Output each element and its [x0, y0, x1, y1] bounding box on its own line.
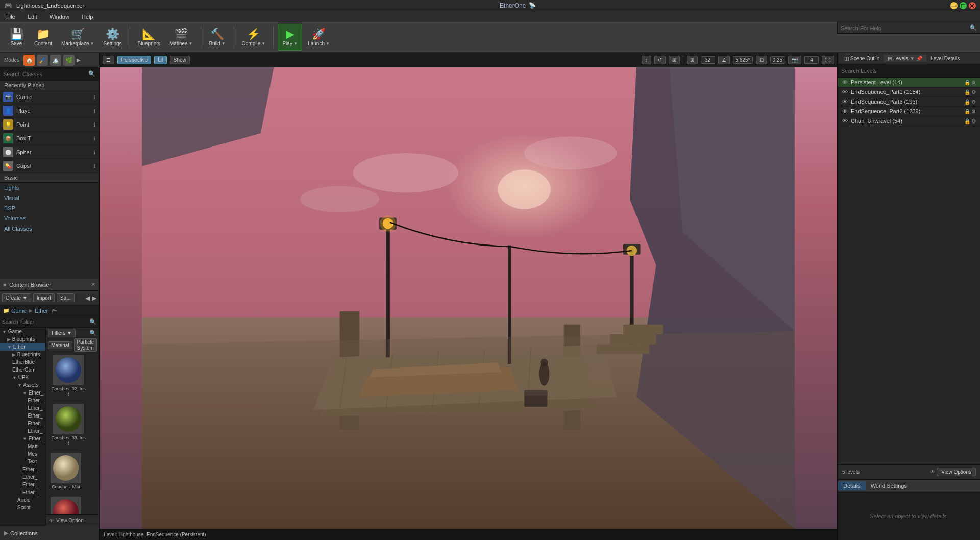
filters-button[interactable]: Filters ▼ — [48, 329, 76, 337]
class-info-player[interactable]: ℹ — [93, 108, 95, 114]
level-part1[interactable]: 👁 EndSequence_Part1 (1184) 🔒 ⚙ — [838, 87, 980, 97]
blueprints-button[interactable]: 📐 Blueprints — [134, 24, 164, 51]
tree-text[interactable]: Text — [0, 458, 45, 465]
tree-ether11[interactable]: Ether_ — [0, 488, 45, 496]
path-ether[interactable]: Ether — [35, 308, 48, 314]
volumes-category[interactable]: Volumes — [0, 213, 99, 224]
tree-ether7[interactable]: ▼ Ether_ — [0, 435, 45, 443]
tree-ether9[interactable]: Ether_ — [0, 473, 45, 481]
show-button[interactable]: Show — [170, 56, 190, 64]
class-item-camera[interactable]: 📷 Came ℹ — [0, 90, 99, 104]
level-persistent[interactable]: 👁 Persistent Level (14) 🔒 ⚙ — [838, 78, 980, 87]
content-button[interactable]: 📁 Content — [31, 24, 56, 51]
level-lock-part1[interactable]: 🔒 — [964, 89, 970, 95]
tree-ether6[interactable]: Ether_ — [0, 427, 45, 435]
levels-dropdown-icon[interactable]: ▼ — [910, 56, 915, 61]
tree-ether3[interactable]: Ether_ — [0, 404, 45, 412]
filter-material[interactable]: Material — [48, 341, 72, 349]
tree-ether4[interactable]: Ether_ — [0, 412, 45, 420]
level-settings-persistent[interactable]: ⚙ — [971, 80, 976, 85]
content-browser-close-icon[interactable]: ✕ — [91, 281, 95, 288]
launch-button[interactable]: 🚀 Launch ▼ — [304, 24, 333, 51]
class-info-sphere[interactable]: ℹ — [93, 150, 95, 155]
scale-button[interactable]: ⊞ — [669, 56, 680, 64]
tree-assets[interactable]: ▼ Assets — [0, 381, 45, 389]
class-item-box[interactable]: 📦 Box T ℹ — [0, 132, 99, 145]
menu-help[interactable]: Help — [80, 13, 95, 21]
save-button[interactable]: 💾 Save — [4, 24, 29, 51]
viewport[interactable]: ☰ Perspective Lit Show ↕ ↺ ⊞ ⊞ 32 ∠ 5.62… — [100, 53, 837, 540]
lights-category[interactable]: Lights — [0, 183, 99, 193]
asset-couches02[interactable]: Couches_02_Inst — [48, 352, 89, 399]
class-item-sphere[interactable]: ⚪ Spher ℹ — [0, 145, 99, 159]
tree-upk[interactable]: ▼ UPK — [0, 374, 45, 381]
tree-ether2[interactable]: Ether_ — [0, 397, 45, 404]
visual-category[interactable]: Visual — [0, 193, 99, 203]
matinee-button[interactable]: 🎬 Matinee ▼ — [166, 24, 197, 51]
tree-ethergam[interactable]: EtherGam — [0, 366, 45, 374]
paint-mode-button[interactable]: 🖌️ — [37, 55, 48, 66]
details-tab[interactable]: Details — [838, 481, 866, 490]
class-item-point[interactable]: 💡 Point ℹ — [0, 118, 99, 132]
view-option-bar[interactable]: 👁 View Option — [46, 514, 99, 526]
tree-ether[interactable]: ▼ Ether — [0, 343, 45, 351]
rotate-button[interactable]: ↺ — [654, 56, 666, 64]
class-info-camera[interactable]: ℹ — [93, 94, 95, 100]
scene-outline-tab[interactable]: ◫ Scene Outlin — [840, 55, 884, 62]
perspective-button[interactable]: Perspective — [117, 56, 151, 64]
collections-bar[interactable]: ▶ Collections — [0, 526, 99, 540]
angle-snap-button[interactable]: ∠ — [718, 56, 730, 64]
tree-script[interactable]: Script — [0, 504, 45, 511]
build-button[interactable]: 🔨 Build ▼ — [205, 24, 230, 51]
camera-speed-button[interactable]: 📷 — [788, 56, 801, 64]
tree-blueprints2[interactable]: ▶ Blueprints — [0, 351, 45, 358]
level-lock-part3[interactable]: 🔒 — [964, 99, 970, 105]
level-settings-chair[interactable]: ⚙ — [971, 118, 976, 124]
lit-button[interactable]: Lit — [154, 56, 167, 64]
import-button[interactable]: Import — [33, 293, 55, 302]
level-settings-part1[interactable]: ⚙ — [971, 89, 976, 95]
level-lock-chair[interactable]: 🔒 — [964, 118, 970, 124]
asset-couchesmat[interactable]: Couches_Mat — [48, 450, 84, 492]
place-mode-button[interactable]: 🏠 — [23, 55, 35, 66]
tree-audio[interactable]: Audio — [0, 496, 45, 504]
marketplace-button[interactable]: 🛒 Marketplace ▼ — [58, 24, 97, 51]
tree-game[interactable]: ▼ Game — [0, 328, 45, 335]
menu-edit[interactable]: Edit — [26, 13, 39, 21]
class-item-player[interactable]: 👤 Playe ℹ — [0, 104, 99, 118]
menu-file[interactable]: File — [4, 13, 17, 21]
levels-tab[interactable]: ⊞ Levels ▼ 📌 — [884, 55, 926, 62]
level-part3[interactable]: 👁 EndSequence_Part3 (193) 🔒 ⚙ — [838, 97, 980, 107]
menu-window[interactable]: Window — [47, 13, 71, 21]
asset-couches03[interactable]: Couches_03_Inst — [48, 401, 89, 448]
level-lock-persistent[interactable]: 🔒 — [964, 80, 970, 85]
tree-blueprints1[interactable]: ▶ Blueprints — [0, 335, 45, 343]
view-options-button[interactable]: View Options — [937, 468, 976, 476]
close-button[interactable]: ✕ — [969, 2, 976, 9]
tree-ether5[interactable]: Ether_ — [0, 420, 45, 427]
bsp-category[interactable]: BSP — [0, 203, 99, 213]
cb-search-input[interactable] — [2, 319, 87, 325]
save-all-button[interactable]: Sa... — [57, 293, 75, 302]
maximize-button[interactable]: □ — [960, 2, 967, 9]
level-lock-part2[interactable]: 🔒 — [964, 109, 970, 114]
create-button[interactable]: Create ▼ — [2, 293, 31, 302]
maximize-viewport-button[interactable]: ⛶ — [822, 56, 834, 64]
back-button[interactable]: ◀ — [85, 294, 90, 302]
grid-snap-button[interactable]: ⊞ — [687, 56, 698, 64]
class-info-capsule[interactable]: ℹ — [93, 163, 95, 169]
class-info-point[interactable]: ℹ — [93, 122, 95, 128]
level-details-tab[interactable]: Level Details — [926, 55, 964, 62]
scale-snap-button[interactable]: ⊡ — [756, 56, 767, 64]
compile-button[interactable]: ⚡ Compile ▼ — [238, 24, 270, 51]
landscape-mode-button[interactable]: 🏔️ — [50, 55, 61, 66]
class-item-capsule[interactable]: 💊 Capsl ℹ — [0, 159, 99, 173]
search-classes-input[interactable] — [3, 71, 86, 77]
tree-ether8[interactable]: Ether_ — [0, 465, 45, 473]
foliage-mode-button[interactable]: 🌿 — [63, 55, 75, 66]
viewport-menu-button[interactable]: ☰ — [103, 56, 114, 64]
level-chair[interactable]: 👁 Chair_Unwravel (54) 🔒 ⚙ — [838, 116, 980, 126]
tree-ether10[interactable]: Ether_ — [0, 481, 45, 488]
levels-pin-icon[interactable]: 📌 — [916, 56, 922, 61]
tree-etherblue[interactable]: EtherBlue — [0, 358, 45, 366]
